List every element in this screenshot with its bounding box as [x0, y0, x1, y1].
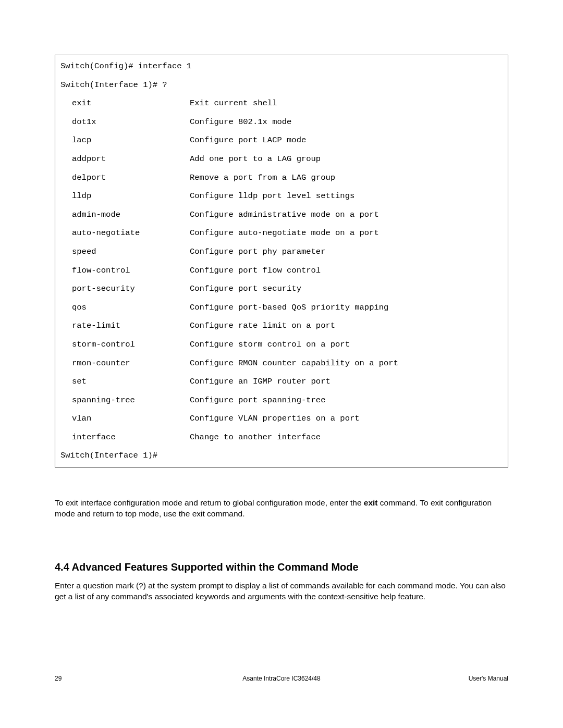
command-row: addportAdd one port to a LAG group: [60, 154, 503, 164]
command-description: Configure port LACP mode: [190, 135, 503, 145]
command-row: speedConfigure port phy parameter: [60, 247, 503, 257]
command-description: Add one port to a LAG group: [190, 154, 503, 164]
command-name: rmon-counter: [60, 359, 190, 368]
text-fragment: To exit interface configuration mode and…: [55, 498, 364, 507]
command-row: dot1xConfigure 802.1x mode: [60, 117, 503, 127]
command-row: qosConfigure port-based QoS priority map…: [60, 303, 503, 313]
command-description: Remove a port from a LAG group: [190, 173, 503, 183]
command-name: delport: [60, 173, 190, 183]
command-row: lacpConfigure port LACP mode: [60, 135, 503, 145]
command-row: admin-modeConfigure administrative mode …: [60, 210, 503, 220]
body-paragraph: Enter a question mark (?) at the system …: [55, 581, 508, 602]
section-heading: 4.4 Advanced Features Supported within t…: [55, 561, 508, 573]
command-row: setConfigure an IGMP router port: [60, 377, 503, 387]
command-name: dot1x: [60, 117, 190, 127]
command-row: port-securityConfigure port security: [60, 284, 503, 294]
command-description: Configure rate limit on a port: [190, 321, 503, 331]
terminal-line: Switch(Interface 1)#: [60, 451, 503, 461]
page-number: 29: [55, 675, 62, 682]
command-row: rate-limitConfigure rate limit on a port: [60, 321, 503, 331]
command-description: Configure an IGMP router port: [190, 377, 503, 387]
command-description: Configure port phy parameter: [190, 247, 503, 257]
command-name: flow-control: [60, 266, 190, 276]
command-row: interfaceChange to another interface: [60, 433, 503, 442]
command-row: rmon-counterConfigure RMON counter capab…: [60, 359, 503, 368]
command-description: Configure lldp port level settings: [190, 191, 503, 201]
command-row: delportRemove a port from a LAG group: [60, 173, 503, 183]
command-name: admin-mode: [60, 210, 190, 220]
command-description: Configure administrative mode on a port: [190, 210, 503, 220]
command-name: speed: [60, 247, 190, 257]
command-name: exit: [60, 98, 190, 108]
command-description: Configure RMON counter capability on a p…: [190, 359, 503, 368]
terminal-line: Switch(Interface 1)# ?: [60, 80, 503, 90]
command-description: Configure port spanning-tree: [190, 396, 503, 405]
command-row: exitExit current shell: [60, 98, 503, 108]
command-row: auto-negotiateConfigure auto-negotiate m…: [60, 228, 503, 238]
command-name: lldp: [60, 191, 190, 201]
command-name: auto-negotiate: [60, 228, 190, 238]
command-name: vlan: [60, 414, 190, 424]
command-description: Configure VLAN properties on a port: [190, 414, 503, 424]
command-description: Configure 802.1x mode: [190, 117, 503, 127]
terminal-line: Switch(Config)# interface 1: [60, 61, 503, 71]
command-row: lldpConfigure lldp port level settings: [60, 191, 503, 201]
command-name: storm-control: [60, 340, 190, 350]
command-row: spanning-treeConfigure port spanning-tre…: [60, 396, 503, 405]
command-description: Configure port flow control: [190, 266, 503, 276]
command-description: Configure port security: [190, 284, 503, 294]
footer-doc-title: User's Manual: [469, 675, 508, 682]
command-name: set: [60, 377, 190, 387]
footer-product-name: Asante IntraCore IC3624/48: [242, 675, 320, 682]
bold-text: exit: [364, 498, 378, 507]
command-description: Exit current shell: [190, 98, 503, 108]
command-name: lacp: [60, 135, 190, 145]
command-description: Configure auto-negotiate mode on a port: [190, 228, 503, 238]
command-name: qos: [60, 303, 190, 313]
page-footer: 29 Asante IntraCore IC3624/48 User's Man…: [55, 675, 508, 682]
command-description: Configure storm control on a port: [190, 340, 503, 350]
command-description: Configure port-based QoS priority mappin…: [190, 303, 503, 313]
command-description: Change to another interface: [190, 433, 503, 442]
command-name: interface: [60, 433, 190, 442]
command-row: vlanConfigure VLAN properties on a port: [60, 414, 503, 424]
command-name: spanning-tree: [60, 396, 190, 405]
command-row: storm-controlConfigure storm control on …: [60, 340, 503, 350]
command-row: flow-controlConfigure port flow control: [60, 266, 503, 276]
terminal-output: Switch(Config)# interface 1 Switch(Inter…: [55, 55, 508, 467]
command-name: port-security: [60, 284, 190, 294]
command-name: addport: [60, 154, 190, 164]
body-paragraph: To exit interface configuration mode and…: [55, 498, 508, 520]
command-name: rate-limit: [60, 321, 190, 331]
